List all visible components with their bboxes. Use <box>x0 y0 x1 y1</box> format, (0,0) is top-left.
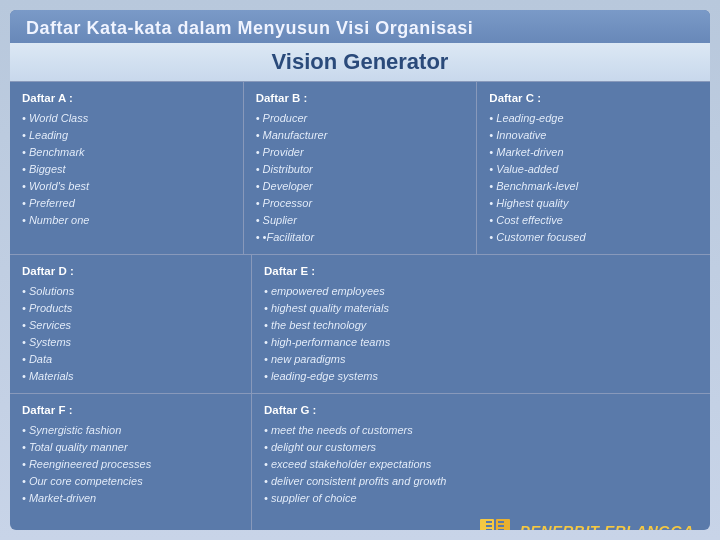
cell-daftar-a: Daftar A : World Class Leading Benchmark… <box>10 82 244 254</box>
daftar-a-header: Daftar A : <box>22 90 231 108</box>
publisher-label: PENERBIT ERLANGGA <box>520 519 694 530</box>
svg-rect-7 <box>498 525 504 527</box>
daftar-b-item-2: Manufacturer <box>256 127 465 144</box>
cell-daftar-c: Daftar C : Leading-edge Innovative Marke… <box>477 82 710 254</box>
daftar-b-item-8: •Facilitator <box>256 229 465 246</box>
daftar-f-header: Daftar F : <box>22 402 239 420</box>
page-background: Daftar Kata-kata dalam Menyusun Visi Org… <box>0 0 720 540</box>
subtitle: Vision Generator <box>26 49 694 75</box>
daftar-b-item-4: Distributor <box>256 161 465 178</box>
daftar-c-item-1: Leading-edge <box>489 110 698 127</box>
daftar-a-item-5: World's best <box>22 178 231 195</box>
title-bar: Daftar Kata-kata dalam Menyusun Visi Org… <box>10 10 710 43</box>
row-1: Daftar A : World Class Leading Benchmark… <box>10 81 710 254</box>
cell-daftar-f: Daftar F : Synergistic fashion Total qua… <box>10 394 252 530</box>
daftar-b-item-7: Suplier <box>256 212 465 229</box>
cell-daftar-d: Daftar D : Solutions Products Services S… <box>10 255 252 393</box>
daftar-c-item-2: Innovative <box>489 127 698 144</box>
page-title: Daftar Kata-kata dalam Menyusun Visi Org… <box>26 18 694 39</box>
daftar-e-item-4: high-performance teams <box>264 334 698 351</box>
daftar-g-item-5: supplier of choice <box>264 490 698 507</box>
publisher-area: PENERBIT ERLANGGA <box>264 507 698 530</box>
daftar-g-item-1: meet the needs of customers <box>264 422 698 439</box>
daftar-b-item-3: Provider <box>256 144 465 161</box>
daftar-g-item-3: exceed stakeholder expectations <box>264 456 698 473</box>
daftar-d-header: Daftar D : <box>22 263 239 281</box>
content-area: Daftar A : World Class Leading Benchmark… <box>10 81 710 529</box>
svg-rect-4 <box>486 525 492 527</box>
daftar-a-item-6: Preferred <box>22 195 231 212</box>
svg-rect-5 <box>486 529 492 530</box>
daftar-e-item-2: highest quality materials <box>264 300 698 317</box>
svg-rect-3 <box>486 521 492 523</box>
svg-rect-8 <box>498 529 504 530</box>
daftar-d-item-5: Data <box>22 351 239 368</box>
daftar-f-item-4: Our core competencies <box>22 473 239 490</box>
daftar-d-item-2: Products <box>22 300 239 317</box>
daftar-a-item-1: World Class <box>22 110 231 127</box>
daftar-g-item-4: deliver consistent profits and growth <box>264 473 698 490</box>
daftar-e-item-3: the best technology <box>264 317 698 334</box>
daftar-c-item-5: Benchmark-level <box>489 178 698 195</box>
daftar-e-item-6: leading-edge systems <box>264 368 698 385</box>
daftar-a-item-4: Biggest <box>22 161 231 178</box>
daftar-e-header: Daftar E : <box>264 263 698 281</box>
daftar-c-item-3: Market-driven <box>489 144 698 161</box>
daftar-e-item-5: new paradigms <box>264 351 698 368</box>
daftar-c-item-6: Highest quality <box>489 195 698 212</box>
cell-daftar-g: Daftar G : meet the needs of customers d… <box>252 394 710 530</box>
publisher-icon <box>476 511 514 530</box>
svg-rect-1 <box>496 519 510 530</box>
daftar-a-item-3: Benchmark <box>22 144 231 161</box>
cell-daftar-e: Daftar E : empowered employees highest q… <box>252 255 710 393</box>
daftar-f-item-5: Market-driven <box>22 490 239 507</box>
daftar-f-item-1: Synergistic fashion <box>22 422 239 439</box>
svg-rect-0 <box>480 519 494 530</box>
subtitle-bar: Vision Generator <box>10 43 710 81</box>
daftar-d-item-3: Services <box>22 317 239 334</box>
daftar-c-item-7: Cost effective <box>489 212 698 229</box>
row-2: Daftar D : Solutions Products Services S… <box>10 254 710 393</box>
cell-daftar-b: Daftar B : Producer Manufacturer Provide… <box>244 82 478 254</box>
daftar-a-item-7: Number one <box>22 212 231 229</box>
daftar-b-item-5: Developer <box>256 178 465 195</box>
daftar-f-item-3: Reengineered processes <box>22 456 239 473</box>
daftar-d-item-1: Solutions <box>22 283 239 300</box>
daftar-c-item-4: Value-added <box>489 161 698 178</box>
daftar-c-item-8: Customer focused <box>489 229 698 246</box>
daftar-f-item-2: Total quality manner <box>22 439 239 456</box>
main-container: Daftar Kata-kata dalam Menyusun Visi Org… <box>10 10 710 530</box>
daftar-d-item-4: Systems <box>22 334 239 351</box>
daftar-g-header: Daftar G : <box>264 402 698 420</box>
daftar-d-item-6: Materials <box>22 368 239 385</box>
row-3: Daftar F : Synergistic fashion Total qua… <box>10 393 710 530</box>
daftar-b-header: Daftar B : <box>256 90 465 108</box>
svg-rect-6 <box>498 521 504 523</box>
daftar-c-header: Daftar C : <box>489 90 698 108</box>
daftar-b-item-1: Producer <box>256 110 465 127</box>
daftar-e-item-1: empowered employees <box>264 283 698 300</box>
daftar-g-item-2: delight our customers <box>264 439 698 456</box>
daftar-b-item-6: Processor <box>256 195 465 212</box>
daftar-a-item-2: Leading <box>22 127 231 144</box>
